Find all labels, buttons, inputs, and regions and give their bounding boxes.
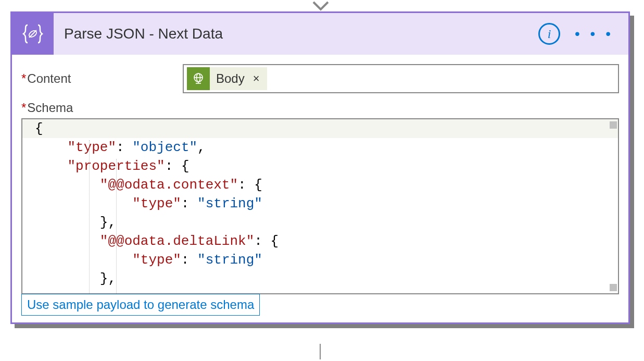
- content-field-row: *Content Body ×: [21, 64, 619, 93]
- scrollbar-thumb-top[interactable]: [610, 121, 617, 129]
- indent-guide: [116, 159, 117, 294]
- token-remove-icon[interactable]: ×: [251, 72, 267, 85]
- globe-icon: [187, 67, 210, 90]
- required-asterisk: *: [21, 71, 26, 85]
- more-menu-icon[interactable]: • • •: [575, 26, 614, 42]
- card-title: Parse JSON - Next Data: [54, 26, 538, 42]
- scrollbar-thumb-bottom[interactable]: [610, 284, 617, 291]
- content-label: *Content: [21, 71, 183, 86]
- token-label: Body: [210, 71, 251, 86]
- parse-json-icon: [12, 13, 54, 55]
- schema-editor[interactable]: { "type": "object", "properties": { "@@o…: [21, 118, 619, 294]
- connector-line-bottom: [320, 344, 321, 359]
- parse-json-card: Parse JSON - Next Data i • • • *Content: [10, 11, 630, 324]
- generate-schema-link[interactable]: Use sample payload to generate schema: [21, 294, 260, 316]
- card-body: *Content Body ×: [12, 55, 628, 322]
- indent-guide: [89, 140, 90, 294]
- code-block: "type": "object", "properties": { "@@oda…: [22, 138, 618, 288]
- card-header[interactable]: Parse JSON - Next Data i • • •: [12, 13, 628, 55]
- info-icon[interactable]: i: [538, 23, 560, 45]
- schema-label: *Schema: [21, 101, 619, 115]
- body-token[interactable]: Body ×: [187, 67, 267, 90]
- code-line: {: [22, 119, 618, 138]
- content-input[interactable]: Body ×: [183, 64, 619, 93]
- required-asterisk: *: [21, 101, 26, 115]
